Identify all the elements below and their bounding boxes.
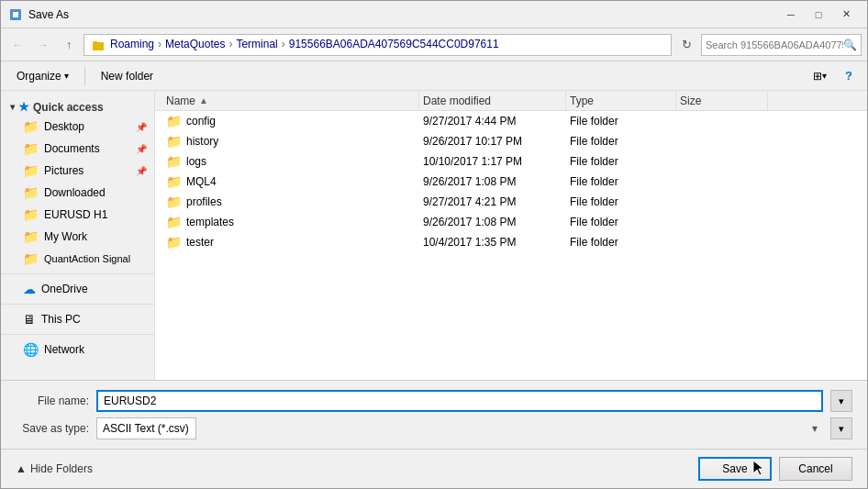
sidebar-item-eurusd[interactable]: 📁 EURUSD H1	[1, 204, 154, 226]
network-icon: 🌐	[23, 342, 39, 357]
pictures-pin-icon: 📌	[136, 166, 147, 176]
sidebar-item-documents[interactable]: 📁 Documents 📌	[1, 138, 154, 160]
table-row[interactable]: 📁 MQL4 9/26/2017 1:08 PM File folder	[155, 172, 867, 192]
eurusd-label: EURUSD H1	[44, 208, 107, 221]
onedrive-icon: ☁	[23, 282, 36, 296]
maximize-button[interactable]: □	[805, 1, 832, 28]
folder-icon: 📁	[166, 215, 182, 229]
new-folder-button[interactable]: New folder	[93, 65, 161, 87]
column-header-size[interactable]: Size	[676, 91, 768, 110]
file-date-cell: 9/26/2017 1:08 PM	[419, 175, 566, 188]
file-type-cell: File folder	[566, 115, 676, 128]
filename-dropdown-button[interactable]: ▾	[830, 390, 852, 412]
folder-icon: 📁	[166, 194, 182, 209]
savetype-label: Save as type:	[16, 422, 89, 435]
documents-pin-icon: 📌	[136, 144, 147, 154]
column-header-type[interactable]: Type	[566, 91, 676, 110]
file-name-cell: 📁 MQL4	[162, 174, 419, 189]
hide-folders-label: Hide Folders	[30, 462, 93, 475]
file-name: logs	[186, 155, 206, 168]
organize-button[interactable]: Organize ▾	[8, 65, 77, 87]
refresh-button[interactable]: ↻	[675, 34, 697, 56]
search-input[interactable]	[706, 39, 843, 50]
path-terminal[interactable]: Terminal	[236, 38, 277, 50]
svg-rect-1	[13, 12, 18, 17]
documents-label: Documents	[44, 142, 100, 155]
bottom-buttons: ▲ Hide Folders Save Cancel	[1, 449, 867, 488]
file-name: history	[186, 135, 218, 148]
sort-arrow-name: ▲	[199, 95, 208, 106]
desktop-pin-icon: 📌	[136, 122, 147, 132]
help-button[interactable]: ?	[838, 65, 860, 87]
file-name: MQL4	[186, 175, 217, 188]
sidebar-item-mywork[interactable]: 📁 My Work	[1, 226, 154, 248]
savetype-wrapper: ASCII Text (*.csv)	[96, 417, 823, 439]
savetype-select[interactable]: ASCII Text (*.csv)	[96, 417, 196, 439]
toolbar: Organize ▾ New folder ⊞ ▾ ?	[1, 61, 867, 91]
file-type-cell: File folder	[566, 195, 676, 208]
table-row[interactable]: 📁 tester 10/4/2017 1:35 PM File folder	[155, 232, 867, 252]
desktop-folder-icon: 📁	[23, 119, 39, 134]
filename-input[interactable]	[96, 390, 823, 412]
save-as-dialog: Save As ─ □ ✕ ← → ↑ Roaming › MetaQuotes	[0, 0, 868, 489]
file-name: profiles	[186, 195, 222, 208]
file-type-cell: File folder	[566, 135, 676, 148]
view-icon: ⊞	[813, 70, 822, 83]
path-roaming[interactable]: Roaming	[110, 38, 154, 50]
file-name-cell: 📁 profiles	[162, 194, 419, 209]
savetype-dropdown-button[interactable]: ▾	[830, 417, 852, 439]
filename-row: File name: ▾	[16, 390, 852, 412]
close-button[interactable]: ✕	[832, 1, 860, 28]
sidebar: ▾ ★ Quick access 📁 Desktop 📌 📁 Documents…	[1, 91, 155, 380]
table-row[interactable]: 📁 history 9/26/2017 10:17 PM File folder	[155, 131, 867, 151]
view-options-button[interactable]: ⊞ ▾	[808, 65, 830, 87]
save-button[interactable]: Save	[698, 457, 772, 481]
file-type-cell: File folder	[566, 155, 676, 168]
back-button[interactable]: ←	[6, 34, 28, 56]
column-header-name[interactable]: Name ▲	[162, 91, 419, 110]
table-row[interactable]: 📁 profiles 9/27/2017 4:21 PM File folder	[155, 192, 867, 212]
table-row[interactable]: 📁 logs 10/10/2017 1:17 PM File folder	[155, 151, 867, 172]
sidebar-item-downloaded[interactable]: 📁 Downloaded	[1, 182, 154, 204]
documents-folder-icon: 📁	[23, 141, 39, 156]
path-metaquotes[interactable]: MetaQuotes	[165, 38, 225, 50]
dialog-icon	[8, 7, 23, 22]
file-type-cell: File folder	[566, 175, 676, 188]
minimize-button[interactable]: ─	[777, 1, 805, 28]
address-path[interactable]: Roaming › MetaQuotes › Terminal › 915566…	[83, 34, 672, 56]
hide-folders-button[interactable]: ▲ Hide Folders	[16, 462, 93, 475]
file-name: tester	[186, 236, 214, 249]
desktop-label: Desktop	[44, 120, 84, 133]
sidebar-item-desktop[interactable]: 📁 Desktop 📌	[1, 116, 154, 138]
quick-access-star: ★	[18, 100, 29, 114]
search-icon: 🔍	[843, 39, 857, 51]
up-button[interactable]: ↑	[58, 34, 80, 56]
table-row[interactable]: 📁 config 9/27/2017 4:44 PM File folder	[155, 111, 867, 131]
folder-icon: 📁	[166, 174, 182, 189]
view-arrow: ▾	[822, 71, 827, 81]
sidebar-item-onedrive[interactable]: ☁ OneDrive	[1, 278, 154, 300]
quick-access-section[interactable]: ▾ ★ Quick access	[1, 94, 154, 116]
cancel-button[interactable]: Cancel	[779, 457, 852, 481]
action-buttons: Save Cancel	[698, 457, 852, 481]
path-hash[interactable]: 915566BA06ADA407569C544CC0D97611	[289, 38, 499, 50]
sidebar-item-pictures[interactable]: 📁 Pictures 📌	[1, 160, 154, 182]
column-header-date[interactable]: Date modified	[419, 91, 566, 110]
downloaded-folder-icon: 📁	[23, 185, 39, 200]
pictures-label: Pictures	[44, 164, 83, 177]
file-area: Name ▲ Date modified Type Size 📁 config	[155, 91, 867, 380]
sidebar-divider-3	[1, 334, 154, 335]
mywork-folder-icon: 📁	[23, 229, 39, 244]
thispc-label: This PC	[41, 313, 81, 326]
sidebar-item-quantaction[interactable]: 📁 QuantAction Signal	[1, 248, 154, 270]
sidebar-item-thispc[interactable]: 🖥 This PC	[1, 308, 154, 330]
table-row[interactable]: 📁 templates 9/26/2017 1:08 PM File folde…	[155, 212, 867, 232]
network-label: Network	[44, 343, 84, 356]
sidebar-item-network[interactable]: 🌐 Network	[1, 339, 154, 361]
file-date-cell: 10/10/2017 1:17 PM	[419, 155, 566, 168]
bottom-form: File name: ▾ Save as type: ASCII Text (*…	[1, 380, 867, 449]
forward-button[interactable]: →	[32, 34, 54, 56]
title-bar: Save As ─ □ ✕	[1, 1, 867, 28]
path-folder-icon	[92, 38, 106, 51]
file-date-cell: 9/27/2017 4:21 PM	[419, 195, 566, 208]
